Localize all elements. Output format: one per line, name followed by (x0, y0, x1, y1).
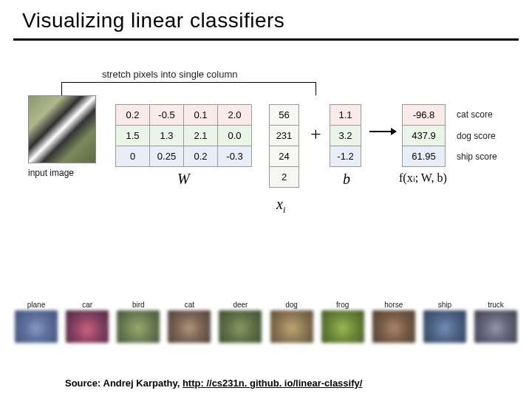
class-label: bird (132, 301, 145, 309)
class-label: horse (384, 301, 403, 309)
dog-score-label: dog score (457, 131, 496, 141)
input-image-label: input image (28, 168, 74, 178)
title-rule (13, 38, 519, 41)
class-visualization: deer (219, 301, 262, 343)
symbol-f: f(xᵢ; W, b) (399, 171, 447, 185)
class-visualization: dog (270, 301, 313, 343)
cat-score-label: cat score (457, 109, 493, 120)
source-link[interactable]: http: //cs231n. github. io/linear-classi… (183, 378, 362, 389)
class-visualization: truck (474, 301, 517, 343)
class-label: dog (285, 301, 298, 309)
class-thumbnail (372, 310, 415, 343)
class-visualization: bird (117, 301, 160, 343)
class-thumbnail (219, 310, 262, 343)
class-thumbnail (474, 310, 517, 343)
symbol-xi: xi (276, 196, 285, 216)
source-citation: Source: Andrej Karpathy, http: //cs231n.… (65, 378, 362, 389)
class-thumbnail (423, 310, 466, 343)
class-label: truck (488, 301, 504, 309)
input-image (28, 95, 96, 163)
weight-matrix: 0.2-0.50.12.0 1.51.32.10.0 00.250.2-0.3 (115, 104, 252, 167)
class-label: cat (185, 301, 194, 309)
symbol-W: W (177, 171, 190, 188)
class-visualization: ship (423, 301, 466, 343)
source-prefix: Source: Andrej Karpathy, (65, 378, 183, 389)
class-label: frog (336, 301, 349, 309)
bracket-line (61, 82, 316, 95)
stretch-label: stretch pixels into single column (102, 69, 238, 80)
symbol-b: b (343, 171, 350, 188)
arrow-icon (369, 131, 396, 132)
diagram: stretch pixels into single column input … (21, 69, 516, 253)
plus-sign: + (310, 123, 321, 146)
ship-score-label: ship score (457, 151, 497, 162)
class-thumbnail (168, 310, 211, 343)
class-label: plane (27, 301, 45, 309)
slide-title: Visualizing linear classifiers (0, 0, 532, 38)
class-visualization: horse (372, 301, 415, 343)
class-label: ship (438, 301, 451, 309)
bias-vector: 1.1 3.2 -1.2 (330, 104, 361, 167)
class-thumbnail (117, 310, 160, 343)
class-visualization: car (66, 301, 109, 343)
class-label: car (82, 301, 92, 309)
input-vector: 56 231 24 2 (269, 104, 299, 188)
class-visualization: frog (321, 301, 364, 343)
class-thumbnail (321, 310, 364, 343)
class-label: deer (233, 301, 248, 309)
class-thumbnail (66, 310, 109, 343)
class-visualization: cat (168, 301, 211, 343)
class-thumbnail (270, 310, 313, 343)
score-vector: -96.8 437.9 61.95 (402, 104, 446, 167)
class-visualizations-row: planecarbirdcatdeerdogfroghorseshiptruck (15, 301, 517, 343)
class-thumbnail (15, 310, 58, 343)
class-visualization: plane (15, 301, 58, 343)
